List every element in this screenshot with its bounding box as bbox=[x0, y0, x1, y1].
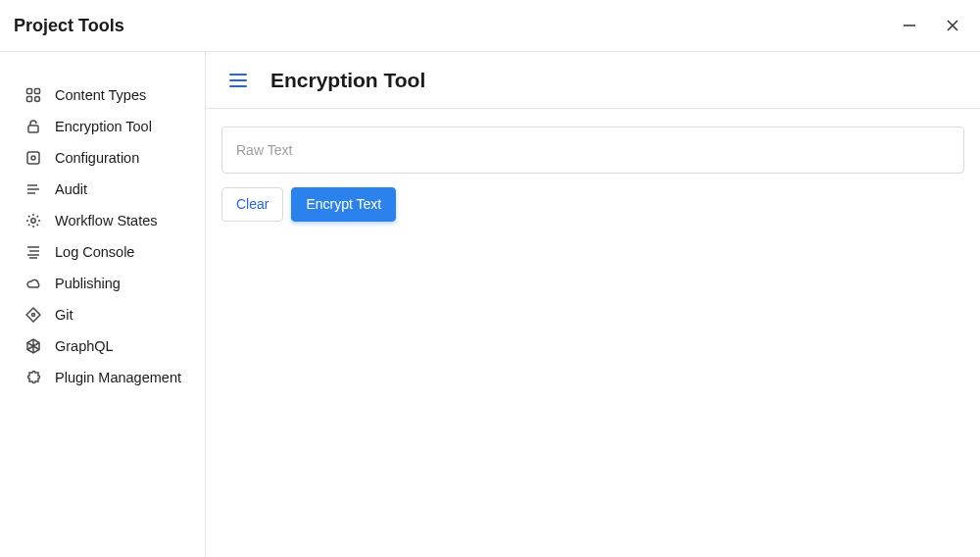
sidebar-item-audit[interactable]: Audit bbox=[0, 174, 205, 205]
main: Encryption Tool Clear Encrypt Text bbox=[206, 52, 980, 557]
raw-text-field-wrap bbox=[221, 127, 964, 174]
crosshair-icon bbox=[25, 150, 41, 166]
grid-icon bbox=[25, 87, 41, 103]
diamond-icon bbox=[25, 307, 41, 323]
sidebar-item-content-types[interactable]: Content Types bbox=[0, 79, 205, 111]
sidebar-item-workflow-states[interactable]: Workflow States bbox=[0, 205, 205, 236]
svg-rect-4 bbox=[28, 126, 38, 132]
sidebar-item-git[interactable]: Git bbox=[0, 299, 205, 330]
sidebar-item-label: Content Types bbox=[55, 85, 146, 105]
svg-point-3 bbox=[35, 97, 40, 102]
svg-point-8 bbox=[32, 314, 35, 317]
gear-icon bbox=[25, 213, 41, 228]
sidebar: Content Types Encryption Tool Configurat… bbox=[0, 52, 206, 557]
lines-icon bbox=[25, 244, 41, 260]
sidebar-item-label: GraphQL bbox=[55, 336, 114, 356]
main-body: Clear Encrypt Text bbox=[206, 109, 980, 239]
puzzle-icon bbox=[25, 370, 41, 385]
svg-point-7 bbox=[31, 219, 35, 223]
titlebar: Project Tools bbox=[0, 0, 980, 51]
list-icon bbox=[25, 181, 41, 197]
sidebar-item-publishing[interactable]: Publishing bbox=[0, 268, 205, 299]
svg-point-6 bbox=[31, 156, 35, 160]
svg-rect-1 bbox=[35, 89, 40, 94]
sidebar-item-label: Audit bbox=[55, 179, 87, 199]
page-title: Encryption Tool bbox=[270, 69, 425, 92]
close-icon[interactable] bbox=[945, 18, 960, 33]
sidebar-item-label: Encryption Tool bbox=[55, 117, 152, 136]
minimize-icon[interactable] bbox=[902, 18, 917, 33]
sidebar-item-label: Workflow States bbox=[55, 211, 158, 230]
svg-rect-2 bbox=[27, 97, 32, 102]
sidebar-item-log-console[interactable]: Log Console bbox=[0, 236, 205, 268]
menu-icon[interactable] bbox=[229, 74, 247, 87]
sidebar-item-label: Publishing bbox=[55, 274, 121, 293]
lock-icon bbox=[25, 119, 41, 134]
sidebar-item-label: Log Console bbox=[55, 242, 134, 262]
sidebar-item-label: Configuration bbox=[55, 148, 139, 168]
svg-rect-0 bbox=[27, 89, 32, 94]
sidebar-item-encryption-tool[interactable]: Encryption Tool bbox=[0, 111, 205, 142]
sidebar-item-configuration[interactable]: Configuration bbox=[0, 142, 205, 174]
raw-text-input[interactable] bbox=[236, 142, 950, 158]
sidebar-item-plugin-management[interactable]: Plugin Management bbox=[0, 362, 205, 393]
svg-rect-5 bbox=[27, 152, 39, 164]
sidebar-item-graphql[interactable]: GraphQL bbox=[0, 330, 205, 362]
clear-button[interactable]: Clear bbox=[221, 187, 283, 222]
window-controls bbox=[902, 18, 960, 33]
app-title: Project Tools bbox=[14, 16, 124, 36]
hex-icon bbox=[25, 338, 41, 354]
layout: Content Types Encryption Tool Configurat… bbox=[0, 51, 980, 557]
sidebar-item-label: Plugin Management bbox=[55, 368, 181, 387]
main-header: Encryption Tool bbox=[206, 52, 980, 109]
encrypt-button[interactable]: Encrypt Text bbox=[291, 187, 396, 222]
cloud-icon bbox=[25, 276, 41, 291]
actions: Clear Encrypt Text bbox=[221, 187, 964, 222]
sidebar-item-label: Git bbox=[55, 305, 74, 325]
